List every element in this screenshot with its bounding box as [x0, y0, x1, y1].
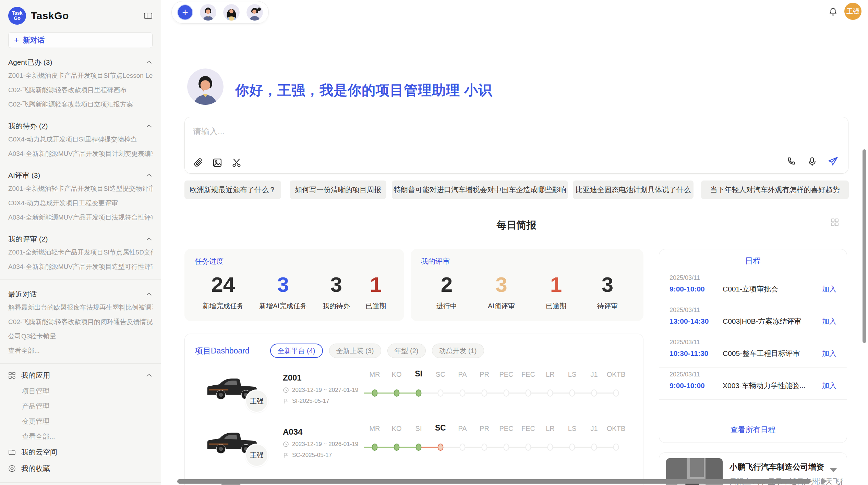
sidebar-item[interactable]: Z001-全新燃油轻卡产品开发项目SI节点属性5D文件评审 [8, 245, 153, 260]
milestone-dot[interactable] [482, 444, 487, 451]
agent-avatar-2[interactable] [223, 4, 240, 21]
schedule-event[interactable]: 2025/03/11 10:30-11:30 C005-整车工程目标评审 加入 [659, 335, 847, 368]
sidebar-collapse-icon[interactable] [144, 12, 153, 20]
sidebar-item-cloud-space[interactable]: 我的云空间 [8, 444, 153, 460]
suggestion-chip[interactable]: 比亚迪全固态电池计划具体说了什么 [573, 181, 694, 199]
sidebar-item-project-mgmt[interactable]: 项目管理 [8, 384, 153, 399]
sidebar-item[interactable]: C0X4-动力总成开发项目工程变更评审 [8, 196, 153, 210]
suggestion-chip[interactable]: 当下年轻人对汽车外观有怎样的喜好趋势 [701, 181, 849, 199]
milestone-dot[interactable] [591, 389, 597, 397]
milestone-dot[interactable] [504, 389, 509, 397]
sidebar-item-change-mgmt[interactable]: 变更管理 [8, 414, 153, 429]
milestone-dot[interactable] [438, 389, 444, 397]
suggestion-chip[interactable]: 如何写一份清晰的项目周报 [290, 181, 386, 199]
scissors-icon[interactable] [231, 158, 242, 168]
section-header-recent-chats[interactable]: 最近对话 [8, 288, 153, 300]
milestone-dot[interactable] [547, 444, 553, 451]
milestone-dot[interactable] [591, 444, 597, 451]
sidebar-item[interactable]: C02-飞腾新能源轻客改款项目立项汇报方案 [8, 97, 153, 112]
sidebar-item-apps-view-all[interactable]: 查看全部... [8, 429, 153, 444]
sidebar-item[interactable]: C0X4-动力总成开发项目SI里程碑提交物检查 [8, 132, 153, 147]
milestone-dot[interactable] [372, 444, 378, 451]
milestone-dot[interactable] [460, 389, 466, 397]
section-header-my-review[interactable]: 我的评审 (2) [8, 233, 153, 245]
milestone-label: KO [386, 368, 408, 378]
sidebar-item[interactable]: Z001-全新燃油皮卡产品开发项目SI节点Lesson Learn报告 [8, 69, 153, 83]
milestone-dot[interactable] [416, 389, 422, 397]
section-header-ai-review[interactable]: AI评审 (3) [8, 169, 153, 182]
milestone-dot[interactable] [613, 444, 619, 451]
vertical-scrollbar[interactable] [863, 149, 866, 343]
sidebar-item[interactable]: C02-飞腾新能源轻客改款项目的闭环通告反馈情况 [8, 315, 153, 329]
new-chat-button[interactable]: + 新对话 [8, 32, 153, 48]
chat-input[interactable] [193, 125, 604, 138]
image-icon[interactable] [212, 158, 222, 168]
sidebar-item-product-mgmt[interactable]: 产品管理 [8, 399, 153, 414]
schedule-event[interactable]: 2025/03/11 13:00-14:30 C003|H0B-方案冻结评审 加… [659, 303, 847, 335]
tab-powertrain[interactable]: 动总开发 (1) [432, 344, 484, 358]
user-avatar[interactable]: 王强 [844, 3, 861, 20]
schedule-event[interactable]: 2025/03/11 9:00-10:00 X003-车辆动力学性能验... 加… [659, 368, 847, 400]
conversation-switcher: + [171, 1, 269, 24]
milestone-dot[interactable] [438, 444, 444, 451]
stat-value: 3 [488, 272, 515, 297]
join-link[interactable]: 加入 [822, 316, 836, 326]
milestone-dot[interactable] [504, 444, 509, 451]
notifications-bell-icon[interactable] [828, 7, 838, 18]
tab-model-year[interactable]: 年型 (2) [387, 344, 426, 358]
sidebar-item[interactable]: 公司Q3轻卡销量 [8, 329, 153, 344]
tab-new-platform[interactable]: 全新平台 (4) [270, 344, 323, 358]
sidebar-item[interactable]: A034-全新新能源MUV产品开发项目造型可行性评审 [8, 260, 153, 274]
layout-grid-icon[interactable] [830, 218, 839, 228]
project-code: A034 [283, 427, 302, 437]
milestone-label: LS [561, 422, 583, 433]
send-icon[interactable] [828, 156, 839, 167]
stat-value: 3 [597, 272, 618, 297]
section-header-my-todo[interactable]: 我的待办 (2) [8, 120, 153, 132]
schedule-event[interactable]: 2025/03/11 9:00-10:00 C001-立项审批会 加入 [659, 271, 847, 303]
milestone-dot[interactable] [460, 444, 466, 451]
milestone-dot[interactable] [372, 389, 378, 397]
scroll-right-arrow[interactable] [822, 478, 827, 485]
milestone-dot[interactable] [394, 444, 400, 451]
suggestion-chip[interactable]: 特朗普可能对进口汽车增税会对中国车企造成哪些影响 [392, 181, 568, 199]
flag-icon [283, 452, 289, 458]
project-row[interactable]: 王强 A034 2023-12-19 ~ 2026-01-19 SC-2025-… [185, 420, 643, 474]
add-conversation-button[interactable]: + [177, 4, 193, 20]
sidebar-item-view-all[interactable]: 查看全部... [8, 344, 153, 358]
milestone-dot[interactable] [482, 389, 487, 397]
join-link[interactable]: 加入 [822, 284, 836, 294]
microphone-icon[interactable] [807, 157, 817, 167]
sidebar-item[interactable]: C02-飞腾新能源轻客改款项目里程碑画布 [8, 83, 153, 97]
milestone-dot[interactable] [526, 389, 531, 397]
milestone-dot[interactable] [569, 444, 575, 451]
join-link[interactable]: 加入 [822, 349, 836, 358]
phone-icon[interactable] [786, 157, 797, 167]
sidebar-item[interactable]: A034-全新新能源MUV产品开发项目计划变更表编写 [8, 147, 153, 161]
milestone-dot[interactable] [526, 444, 531, 451]
sidebar-item-favorites[interactable]: 我的收藏 [8, 460, 153, 477]
section-title: Agent已办 (3) [8, 58, 52, 67]
milestone-dot[interactable] [613, 389, 619, 397]
milestone-dot[interactable] [547, 389, 553, 397]
paperclip-icon[interactable] [193, 158, 203, 168]
scroll-down-indicator[interactable] [830, 468, 837, 472]
suggestion-chip[interactable]: 欧洲新规最近颁布了什么？ [184, 181, 281, 199]
milestone-dot[interactable] [394, 389, 400, 397]
sidebar-item[interactable]: 解释最新出台的欧盟报废车法规再生塑料比例被调至15%... [8, 300, 153, 315]
tab-new-body[interactable]: 全新上装 (3) [329, 344, 381, 358]
agent-avatar-3[interactable] [246, 4, 263, 21]
agent-avatar-1[interactable] [200, 4, 216, 21]
stat-value: 1 [546, 272, 566, 297]
sidebar-item[interactable]: A034-全新新能源MUV产品开发项目法规符合性评审 [8, 210, 153, 225]
card-title: 任务进度 [195, 257, 394, 266]
milestone-dot[interactable] [416, 444, 422, 451]
project-row[interactable]: 王强 Z001 2023-12-19 ~ 2027-01-19 SI-2025-… [185, 365, 643, 420]
milestone-dot[interactable] [569, 389, 575, 397]
view-all-schedule-link[interactable]: 查看所有日程 [659, 425, 847, 435]
sidebar-item[interactable]: Z001-全新燃油轻卡产品开发项目SI造型提交物评审 [8, 182, 153, 196]
section-header-agent-done[interactable]: Agent已办 (3) [8, 56, 153, 69]
join-link[interactable]: 加入 [822, 381, 836, 390]
horizontal-scrollbar[interactable] [177, 479, 811, 484]
sidebar-item-my-apps[interactable]: 我的应用 [8, 367, 153, 384]
